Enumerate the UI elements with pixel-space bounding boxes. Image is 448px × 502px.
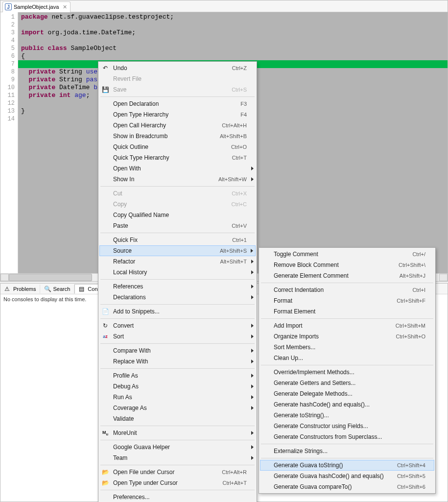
ctx-source-item-organize-imports[interactable]: Organize ImportsCtrl+Shift+O: [260, 331, 434, 342]
ctx-source-item-remove-block-comment[interactable]: Remove Block CommentCtrl+Shift+\: [260, 260, 434, 270]
ctx-main-item-open-type-hierarchy[interactable]: Open Type HierarchyF4: [99, 109, 256, 120]
ctx-source-item-format-element[interactable]: Format Element: [260, 306, 434, 317]
ctx-main-item-quick-outline[interactable]: Quick OutlineCtrl+O: [99, 142, 256, 152]
ctx-main-item-validate[interactable]: Validate: [99, 413, 256, 424]
ctx-main-item-show-in[interactable]: Show InAlt+Shift+W: [99, 174, 256, 185]
ctx-main-item-moreunit[interactable]: MuMoreUnit: [99, 428, 256, 438]
menu-item-shortcut: F3: [240, 101, 247, 107]
ctx-main-item-compare-with[interactable]: Compare With: [99, 345, 256, 356]
ctx-main-item-debug-as[interactable]: Debug As: [99, 381, 256, 392]
ctx-source-item-add-import[interactable]: Add ImportCtrl+Shift+M: [260, 320, 434, 331]
ctx-source-item-generate-getters-and-setters[interactable]: Generate Getters and Setters...: [260, 378, 434, 388]
submenu-arrow-icon: [251, 295, 254, 299]
menu-item-label: Open Type Hierarchy: [113, 111, 228, 118]
menu-item-label: Save: [113, 86, 219, 93]
menu-item-label: Convert: [113, 322, 247, 329]
ctx-source-item-externalize-strings[interactable]: Externalize Strings...: [260, 446, 434, 456]
ctx-source-item-correct-indentation[interactable]: Correct IndentationCtrl+I: [260, 285, 434, 295]
ctx-source-item-generate-guava-hashcode-and-equals[interactable]: Generate Guava hashCode() and equals()Ct…: [260, 471, 434, 481]
ctx-main-item-open-type-under-cursor[interactable]: 📂Open Type under CursorCtrl+Alt+T: [99, 478, 256, 488]
ctx-source-item-generate-guava-compareto[interactable]: Generate Guava compareTo()Ctrl+Shift+6: [260, 481, 434, 492]
ctx-source-item-generate-constructors-from-superclass[interactable]: Generate Constructors from Superclass...: [260, 431, 434, 442]
menu-item-label: Organize Imports: [274, 333, 383, 340]
menu-item-label: Compare With: [113, 347, 247, 354]
menu-item-label: Format Element: [274, 308, 425, 315]
menu-item-label: Add Import: [274, 322, 383, 329]
ctx-main-item-paste[interactable]: PasteCtrl+V: [99, 220, 256, 231]
ctx-main-item-preferences[interactable]: Preferences...: [99, 492, 256, 502]
ctx-main-item-coverage-as[interactable]: Coverage As: [99, 403, 256, 413]
ctx-main-item-revert-file: Revert File: [99, 73, 256, 84]
undo-icon: ↶: [101, 64, 109, 72]
ctx-main-item-team[interactable]: Team: [99, 453, 256, 463]
menu-item-label: Generate Guava hashCode() and equals(): [274, 473, 384, 479]
ctx-main-item-local-history[interactable]: Local History: [99, 267, 256, 278]
menu-item-label: Cut: [113, 190, 219, 197]
menu-item-shortcut: Ctrl+Alt+T: [222, 480, 247, 486]
ctx-main-item-open-with[interactable]: Open With: [99, 163, 256, 174]
submenu-arrow-icon: [251, 167, 254, 170]
ctx-source-item-override-implement-methods[interactable]: Override/Implement Methods...: [260, 367, 434, 378]
scroll-thumb[interactable]: [9, 274, 92, 281]
ctx-source-item-generate-tostring[interactable]: Generate toString()...: [260, 410, 434, 421]
ctx-main-item-replace-with[interactable]: Replace With: [99, 356, 256, 367]
ctx-main-separator: [100, 186, 255, 187]
ctx-main-item-sort[interactable]: azSort: [99, 331, 256, 342]
open-file-under-cursor-icon: 📂: [101, 468, 109, 476]
ctx-source-item-generate-guava-tostring[interactable]: Generate Guava toString()Ctrl+Shift+4: [260, 460, 434, 471]
ctx-main-separator: [100, 368, 255, 369]
ctx-source-item-generate-hashcode-and-equals[interactable]: Generate hashCode() and equals()...: [260, 399, 434, 410]
bottom-tab-label: Problems: [13, 286, 36, 292]
ctx-main-item-open-declaration[interactable]: Open DeclarationF3: [99, 98, 256, 109]
ctx-main-item-copy-qualified-name[interactable]: Copy Qualified Name: [99, 210, 256, 220]
ctx-source-item-generate-element-comment[interactable]: Generate Element CommentAlt+Shift+J: [260, 270, 434, 281]
ctx-main-separator: [100, 465, 255, 465]
context-menu-source[interactable]: Toggle CommentCtrl+/Remove Block Comment…: [259, 247, 436, 494]
ctx-main-item-show-in-breadcrumb[interactable]: Show in BreadcrumbAlt+Shift+B: [99, 131, 256, 142]
ctx-source-item-sort-members[interactable]: Sort Members...: [260, 342, 434, 353]
ctx-source-item-clean-up[interactable]: Clean Up...: [260, 353, 434, 363]
ctx-main-item-google-guava-helper[interactable]: Google Guava Helper: [99, 442, 256, 453]
scroll-right-arrow[interactable]: [439, 274, 448, 281]
ctx-main-separator: [100, 440, 255, 440]
submenu-arrow-icon: [251, 335, 254, 338]
ctx-main-item-declarations[interactable]: Declarations: [99, 292, 256, 303]
menu-item-shortcut: Ctrl+Z: [232, 65, 247, 71]
menu-item-label: Show in Breadcrumb: [113, 133, 207, 140]
menu-item-shortcut: Ctrl+Shift+4: [397, 462, 425, 468]
ctx-main-item-convert[interactable]: ↻Convert: [99, 320, 256, 331]
ctx-main-item-references[interactable]: References: [99, 281, 256, 292]
ctx-main-item-quick-fix[interactable]: Quick FixCtrl+1: [99, 235, 256, 245]
ctx-main-item-profile-as[interactable]: Profile As: [99, 370, 256, 381]
ctx-main-item-open-file-under-cursor[interactable]: 📂Open File under CursorCtrl+Alt+R: [99, 467, 256, 478]
menu-item-label: Open Type under Cursor: [113, 479, 210, 486]
menu-item-label: Open Declaration: [113, 100, 228, 107]
menu-item-label: Google Guava Helper: [113, 444, 247, 451]
ctx-main-item-add-to-snippets[interactable]: 📄Add to Snippets...: [99, 306, 256, 317]
editor-tab[interactable]: J SampleObject.java ✕: [2, 1, 71, 12]
ctx-source-item-generate-constructor-using-fields[interactable]: Generate Constructor using Fields...: [260, 421, 434, 431]
ctx-main-separator: [100, 96, 255, 97]
ctx-main-item-open-call-hierarchy[interactable]: Open Call HierarchyCtrl+Alt+H: [99, 120, 256, 131]
menu-item-label: Remove Block Comment: [274, 262, 386, 268]
close-icon[interactable]: ✕: [63, 4, 67, 10]
menu-item-label: Generate Constructors from Superclass...: [274, 433, 425, 440]
context-menu-main[interactable]: ↶UndoCtrl+ZRevert File💾SaveCtrl+SOpen De…: [98, 61, 257, 502]
bottom-tab-problems[interactable]: ⚠Problems: [0, 285, 40, 293]
ctx-source-item-toggle-comment[interactable]: Toggle CommentCtrl+/: [260, 249, 434, 260]
java-file-icon: J: [5, 3, 12, 10]
ctx-main-item-quick-type-hierarchy[interactable]: Quick Type HierarchyCtrl+T: [99, 152, 256, 163]
ctx-main-item-run-as[interactable]: Run As: [99, 392, 256, 403]
bottom-tab-search[interactable]: 🔍Search: [40, 285, 74, 293]
menu-item-label: Toggle Comment: [274, 251, 400, 258]
ctx-main-item-source[interactable]: SourceAlt+Shift+S: [99, 245, 256, 256]
ctx-source-item-format[interactable]: FormatCtrl+Shift+F: [260, 295, 434, 306]
ctx-main-item-refactor[interactable]: RefactorAlt+Shift+T: [99, 256, 256, 267]
ctx-source-item-generate-delegate-methods[interactable]: Generate Delegate Methods...: [260, 388, 434, 399]
menu-item-shortcut: Ctrl+Shift+M: [396, 323, 425, 329]
submenu-arrow-icon: [251, 349, 254, 353]
menu-item-shortcut: Alt+Shift+B: [220, 133, 247, 139]
menu-item-shortcut: Ctrl+T: [232, 155, 247, 161]
scroll-left-arrow[interactable]: [0, 274, 9, 281]
ctx-main-item-undo[interactable]: ↶UndoCtrl+Z: [99, 63, 256, 73]
